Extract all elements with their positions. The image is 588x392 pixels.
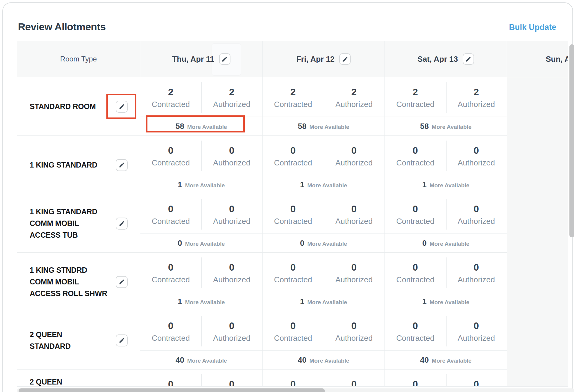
page-title: Review Allotments — [18, 21, 106, 33]
horizontal-scrollbar-track[interactable] — [17, 388, 574, 392]
contracted-block: 0Contracted — [140, 370, 201, 387]
allotment-cell: 0Contracted0Authorized0More Available — [385, 194, 507, 253]
more-available-row: 1More Available — [385, 292, 507, 311]
divider — [201, 257, 202, 288]
contracted-block: 0Contracted — [140, 136, 201, 175]
truncated-column-cell — [507, 136, 568, 194]
divider — [201, 82, 202, 113]
authorized-block: 0Authorized — [201, 136, 263, 175]
more-available-row: 1More Available — [263, 292, 385, 311]
contracted-value: 0 — [413, 262, 418, 273]
authorized-value: 0 — [351, 262, 357, 273]
contracted-value: 0 — [168, 379, 174, 387]
authorized-label: Authorized — [458, 334, 495, 343]
authorized-value: 0 — [351, 145, 357, 156]
authorized-value: 2 — [229, 87, 234, 97]
contracted-label: Contracted — [274, 217, 312, 226]
edit-date-button[interactable] — [463, 53, 474, 65]
divider — [446, 374, 447, 387]
authorized-label: Authorized — [335, 100, 373, 109]
authorized-block: 0Authorized — [324, 136, 385, 175]
contracted-block: 2Contracted — [385, 77, 446, 117]
allotment-values: 0Contracted0Authorized — [140, 311, 262, 350]
divider — [324, 316, 324, 346]
contracted-label: Contracted — [396, 100, 434, 109]
authorized-value: 0 — [229, 262, 234, 273]
more-available-value: 0 — [300, 239, 304, 248]
authorized-value: 0 — [229, 379, 234, 387]
truncated-column-cell — [507, 311, 568, 370]
contracted-label: Contracted — [274, 100, 312, 109]
allotment-cell: 2Contracted2Authorized58More Available — [385, 77, 507, 136]
vertical-scrollbar-thumb[interactable] — [569, 44, 574, 237]
pencil-icon — [342, 56, 348, 62]
allotment-cell: 0Contracted0Authorized1More Available — [385, 136, 507, 194]
allotment-values: 0Contracted0Authorized — [140, 194, 262, 233]
table-row: 1 KING STANDARDCOMM MOBILACCESS TUB0Cont… — [17, 194, 568, 253]
authorized-block: 0Authorized — [201, 253, 263, 292]
table-body: STANDARD ROOM2Contracted2Authorized58Mor… — [17, 77, 568, 387]
edit-room-type-button[interactable] — [116, 101, 128, 113]
pencil-icon — [119, 279, 125, 285]
more-available-value: 0 — [422, 239, 426, 248]
room-type-label: 1 KING STANDARD — [30, 206, 140, 218]
authorized-label: Authorized — [458, 100, 495, 109]
authorized-label: Authorized — [458, 217, 495, 226]
more-available-label: More Available — [185, 241, 225, 247]
more-available-label: More Available — [307, 299, 347, 306]
more-available-label: More Available — [187, 358, 227, 364]
more-available-label: More Available — [429, 182, 469, 189]
edit-room-type-button[interactable] — [116, 218, 128, 230]
more-available-row: 1More Available — [140, 175, 262, 194]
allotments-table: Room TypeThu, Apr 11Fri, Apr 12Sat, Apr … — [17, 41, 568, 387]
table-row: STANDARD ROOM2Contracted2Authorized58Mor… — [17, 77, 568, 136]
authorized-value: 0 — [229, 145, 234, 156]
more-available-row: 58More Available — [385, 117, 507, 136]
table-row: 1 KING STANDARD0Contracted0Authorized1Mo… — [17, 136, 568, 194]
contracted-block: 0Contracted — [263, 194, 324, 233]
more-available-label: More Available — [429, 299, 469, 306]
pencil-icon — [119, 337, 125, 343]
contracted-block: 0Contracted — [385, 370, 446, 387]
authorized-block: 0Authorized — [324, 194, 385, 233]
authorized-label: Authorized — [213, 217, 250, 226]
edit-room-type-button[interactable] — [116, 276, 128, 288]
authorized-value: 0 — [474, 379, 479, 387]
authorized-label: Authorized — [213, 158, 250, 168]
truncated-column-cell — [507, 370, 568, 387]
contracted-value: 0 — [290, 145, 296, 156]
edit-room-type-button[interactable] — [116, 334, 128, 346]
authorized-value: 2 — [351, 87, 357, 97]
more-available-row: 1More Available — [385, 175, 507, 194]
room-type-cell: 1 KING STANDARD — [17, 136, 140, 194]
authorized-label: Authorized — [335, 158, 373, 168]
authorized-block: 0Authorized — [201, 370, 263, 387]
contracted-value: 0 — [290, 379, 296, 387]
edit-room-type-button[interactable] — [116, 159, 128, 171]
contracted-label: Contracted — [396, 217, 434, 226]
authorized-block: 0Authorized — [446, 370, 507, 387]
horizontal-scrollbar-thumb[interactable] — [19, 388, 325, 392]
edit-date-button[interactable] — [219, 53, 230, 65]
allotment-cell: 0Contracted0AuthorizedMore Available — [263, 370, 385, 387]
contracted-block: 0Contracted — [263, 253, 324, 292]
allotment-cell: 2Contracted2Authorized58More Available — [263, 77, 385, 136]
authorized-value: 0 — [229, 203, 234, 214]
contracted-label: Contracted — [152, 100, 190, 109]
more-available-label: More Available — [310, 358, 349, 364]
authorized-block: 0Authorized — [446, 253, 507, 292]
bulk-update-link[interactable]: Bulk Update — [509, 23, 556, 32]
divider — [324, 82, 324, 113]
table-row: 2 QUEENSTANDARD0Contracted0Authorized40M… — [17, 311, 568, 370]
more-available-value: 1 — [178, 297, 182, 306]
truncated-column-cell — [507, 194, 568, 253]
edit-date-button[interactable] — [339, 53, 351, 65]
allotment-cell: 2Contracted2Authorized58More Available — [140, 77, 263, 136]
more-available-label: More Available — [187, 124, 227, 130]
contracted-label: Contracted — [396, 158, 434, 168]
authorized-label: Authorized — [213, 334, 250, 343]
allotment-cell: 0Contracted0Authorized40More Available — [385, 311, 507, 370]
authorized-value: 0 — [474, 203, 479, 214]
contracted-block: 2Contracted — [263, 77, 324, 117]
authorized-value: 0 — [474, 320, 479, 331]
